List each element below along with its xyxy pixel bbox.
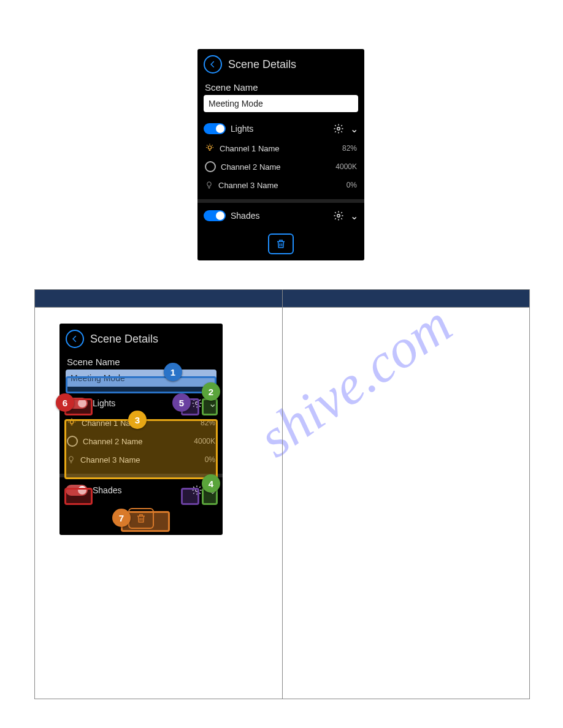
lights-toggle[interactable] [204, 123, 226, 134]
channel-name: Channel 1 Name [220, 144, 280, 153]
lights-label: Lights [231, 124, 253, 134]
bulb-on-icon [205, 143, 215, 153]
lights-group: Lights ⌄ Channel 1 Name 82% Channel 2 Na… [197, 116, 364, 197]
scene-name-input[interactable]: Meeting Mode [204, 95, 358, 112]
page: shive.com Scene Details Scene Name Meeti… [0, 0, 563, 728]
channel-name: Channel 3 Name [218, 181, 278, 190]
scene-details-screenshot-top: Scene Details Scene Name Meeting Mode Li… [197, 49, 364, 260]
page-title: Scene Details [90, 333, 158, 346]
highlight-lights-chevron [202, 398, 218, 415]
callout-marker-3: 3 [128, 411, 147, 429]
svg-point-0 [337, 127, 340, 131]
description-table: Scene Details Scene Name Meeting Mode Li… [34, 289, 530, 699]
callout-marker-2: 2 [202, 382, 220, 401]
arrow-left-icon [71, 335, 79, 343]
shades-label: Shades [93, 485, 121, 495]
shades-group: Shades ⌄ [197, 203, 364, 229]
channel-row[interactable]: Channel 1 Name 82% [204, 139, 358, 157]
scene-details-screenshot-annotated: Scene Details Scene Name Meeting Mode Li… [59, 324, 223, 535]
channel-value: 0% [347, 181, 357, 189]
table-cell-screenshot: Scene Details Scene Name Meeting Mode Li… [35, 308, 283, 699]
lights-label: Lights [93, 398, 115, 408]
color-temp-icon [205, 161, 216, 172]
delete-button[interactable] [268, 233, 294, 254]
callout-marker-7: 7 [112, 509, 131, 527]
callout-marker-1: 1 [164, 363, 182, 381]
arrow-left-icon [209, 60, 217, 69]
trash-icon [275, 238, 286, 249]
highlight-shades-toggle [64, 488, 93, 505]
app-header: Scene Details [197, 49, 364, 76]
callout-marker-4: 4 [202, 474, 220, 493]
back-button[interactable] [66, 330, 84, 348]
callout-marker-5: 5 [172, 393, 191, 412]
svg-point-2 [337, 214, 340, 218]
gear-icon[interactable] [333, 123, 344, 134]
lights-header-row: Lights ⌄ [204, 118, 358, 139]
bulb-off-icon [205, 181, 213, 189]
scene-name-label: Scene Name [59, 351, 223, 370]
shades-header-row: Shades ⌄ [204, 205, 358, 226]
svg-point-1 [208, 146, 211, 149]
channel-value: 4000K [335, 162, 357, 171]
callout-marker-6: 6 [56, 393, 74, 412]
page-title: Scene Details [228, 58, 296, 71]
chevron-down-icon[interactable]: ⌄ [350, 123, 358, 135]
highlight-shades-gear [181, 488, 199, 505]
channel-row[interactable]: Channel 2 Name 4000K [204, 157, 358, 176]
table-cell-description [282, 308, 530, 699]
table-header-row [35, 290, 530, 308]
channel-value: 82% [342, 144, 357, 153]
channel-name: Channel 2 Name [221, 162, 281, 172]
gear-icon[interactable] [333, 210, 344, 221]
chevron-down-icon[interactable]: ⌄ [350, 210, 358, 222]
back-button[interactable] [204, 55, 222, 74]
shades-toggle[interactable] [204, 210, 226, 221]
scene-name-label: Scene Name [197, 76, 364, 95]
channel-row[interactable]: Channel 3 Name 0% [204, 176, 358, 194]
highlight-scene-name [66, 376, 216, 393]
shades-label: Shades [231, 211, 259, 221]
